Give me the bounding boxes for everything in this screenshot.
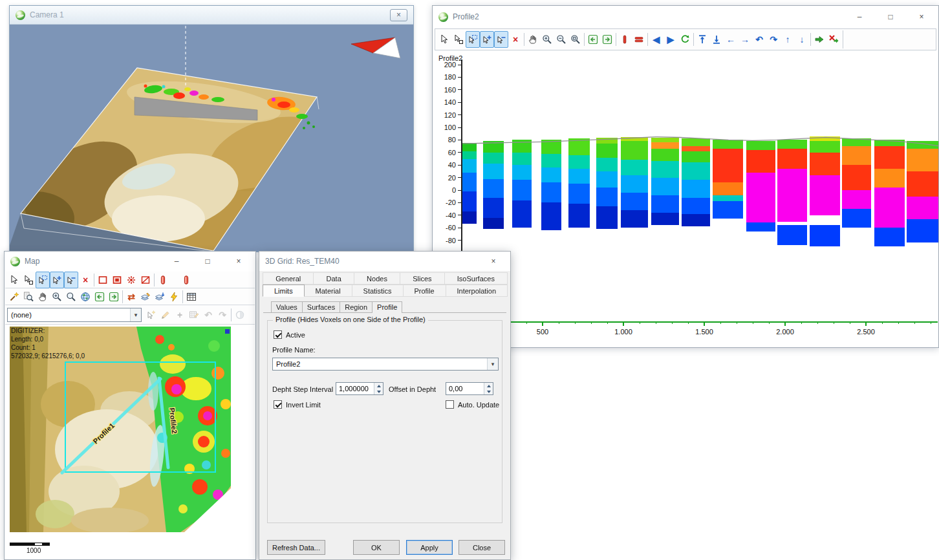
pan-up-button[interactable]: ↑ bbox=[781, 31, 795, 48]
selection-handle[interactable] bbox=[225, 329, 230, 334]
pan-left-button[interactable]: ← bbox=[724, 31, 738, 48]
rotate-cw-button[interactable]: ↷ bbox=[766, 31, 781, 48]
tab-nodes[interactable]: Nodes bbox=[354, 272, 400, 285]
depth-step-spinner[interactable]: 1,000000 bbox=[336, 382, 383, 395]
camera-3d-view[interactable] bbox=[10, 25, 413, 252]
close-button[interactable]: × bbox=[917, 12, 926, 21]
spin-down-button[interactable] bbox=[374, 389, 383, 394]
pointer-tool-button[interactable] bbox=[7, 272, 21, 288]
redo-button[interactable]: ↷ bbox=[215, 307, 230, 323]
draw-polygon-tool-button[interactable] bbox=[110, 272, 124, 288]
apply-changes-button[interactable] bbox=[812, 31, 826, 48]
tab-data[interactable]: Data bbox=[313, 272, 354, 285]
maximize-button[interactable]: □ bbox=[886, 12, 895, 21]
profile-column-tool-button[interactable] bbox=[156, 272, 170, 288]
node-select-tool-button[interactable] bbox=[21, 272, 36, 288]
horizontal-marker-tool-button[interactable] bbox=[632, 31, 646, 48]
reload-layers-button[interactable]: ⇄ bbox=[124, 288, 138, 305]
map-titlebar[interactable]: Map – □ × bbox=[5, 252, 255, 271]
close-button[interactable]: Close bbox=[459, 540, 505, 555]
ok-button[interactable]: OK bbox=[353, 540, 400, 555]
map-canvas[interactable]: Profile1 Profile2 DIGITIZER: Length: 0,0… bbox=[10, 327, 231, 532]
rotate-view-button[interactable] bbox=[233, 307, 247, 323]
subtract-select-tool-button[interactable] bbox=[494, 31, 508, 48]
tab-general[interactable]: General bbox=[263, 272, 314, 285]
digitizer-tool-button[interactable] bbox=[124, 272, 138, 288]
auto-update-checkbox[interactable]: Auto. Update bbox=[446, 400, 499, 409]
edit-layers-button[interactable] bbox=[138, 288, 153, 305]
zoom-window-button[interactable] bbox=[21, 288, 36, 305]
spin-up-button[interactable] bbox=[484, 383, 493, 389]
tab-profile[interactable]: Profile bbox=[403, 285, 446, 297]
tab-slices[interactable]: Slices bbox=[400, 272, 445, 285]
draw-rectangle-tool-button[interactable] bbox=[96, 272, 110, 288]
web-map-button[interactable] bbox=[78, 288, 92, 305]
zoom-full-extent-button[interactable] bbox=[7, 288, 21, 305]
layer-combobox[interactable]: (none) ▾ bbox=[7, 308, 142, 322]
zoom-extents-tool-button[interactable] bbox=[568, 31, 583, 48]
minimize-button[interactable]: – bbox=[855, 12, 864, 21]
spin-down-button[interactable] bbox=[484, 389, 493, 394]
clear-selection-button[interactable]: × bbox=[78, 272, 92, 288]
offset-depth-value[interactable]: 0,00 bbox=[446, 383, 484, 394]
profile-titlebar[interactable]: Profile2 – □ × bbox=[433, 6, 938, 28]
align-bottom-button[interactable] bbox=[709, 31, 724, 48]
draw-tool-button[interactable] bbox=[158, 307, 173, 323]
zoom-in-tool-button[interactable] bbox=[50, 288, 64, 305]
subtab-profile[interactable]: Profile bbox=[372, 301, 402, 313]
refresh-data-button[interactable]: Refresh Data... bbox=[267, 540, 325, 555]
invert-limit-checkbox[interactable]: Invert Limit bbox=[274, 400, 321, 409]
node-select-tool-button[interactable] bbox=[451, 31, 466, 48]
zoom-out-tool-button[interactable] bbox=[554, 31, 568, 48]
cancel-digitize-tool-button[interactable] bbox=[138, 272, 153, 288]
add-layer-button[interactable] bbox=[153, 288, 167, 305]
nav-back-button[interactable] bbox=[586, 31, 600, 48]
close-button[interactable]: × bbox=[234, 257, 243, 266]
minimize-button[interactable]: – bbox=[172, 257, 181, 266]
pan-down-button[interactable]: ↓ bbox=[795, 31, 809, 48]
align-top-button[interactable] bbox=[695, 31, 709, 48]
refresh-section-button[interactable] bbox=[678, 31, 692, 48]
chevron-down-icon[interactable]: ▾ bbox=[130, 308, 141, 321]
nav-forward-button[interactable] bbox=[600, 31, 614, 48]
discard-changes-button[interactable] bbox=[826, 31, 841, 48]
rotate-ccw-button[interactable]: ↶ bbox=[752, 31, 766, 48]
chevron-down-icon[interactable]: ▾ bbox=[487, 358, 498, 370]
checkbox-box[interactable] bbox=[446, 400, 454, 409]
box-select-tool-button[interactable] bbox=[466, 31, 480, 48]
zoom-in-tool-button[interactable] bbox=[540, 31, 554, 48]
previous-section-button[interactable]: ◀ bbox=[649, 31, 664, 48]
maximize-button[interactable]: □ bbox=[203, 257, 212, 266]
active-checkbox[interactable]: Active bbox=[274, 330, 305, 339]
subtract-select-tool-button[interactable] bbox=[64, 272, 78, 288]
vertical-marker-tool-button[interactable] bbox=[618, 31, 632, 48]
pan-tool-button[interactable] bbox=[36, 288, 50, 305]
buffer-column-tool-button[interactable] bbox=[179, 272, 193, 288]
pointer-tool-button[interactable] bbox=[437, 31, 451, 48]
box-select-tool-button[interactable] bbox=[36, 272, 50, 288]
checkbox-box[interactable] bbox=[274, 400, 282, 409]
depth-step-value[interactable]: 1,000000 bbox=[336, 383, 374, 394]
attribute-table-button[interactable] bbox=[184, 288, 199, 305]
add-point-tool-button[interactable]: + bbox=[173, 307, 187, 323]
close-button[interactable]: × bbox=[489, 257, 498, 266]
tab-material[interactable]: Material bbox=[304, 285, 352, 297]
dialog-titlebar[interactable]: 3D Grid: Res_TEM40 × bbox=[259, 252, 510, 271]
checkbox-box[interactable] bbox=[274, 330, 282, 339]
clear-selection-button[interactable]: × bbox=[508, 31, 523, 48]
pan-tool-button[interactable] bbox=[526, 31, 540, 48]
apply-button[interactable]: Apply bbox=[406, 540, 453, 555]
tab-isosurfaces[interactable]: IsoSurfaces bbox=[444, 272, 508, 285]
tab-interpolation[interactable]: Interpolation bbox=[446, 285, 508, 297]
snap-tool-button[interactable] bbox=[144, 307, 158, 323]
zoom-tool-button[interactable] bbox=[64, 288, 78, 305]
next-section-button[interactable]: ▶ bbox=[664, 31, 678, 48]
spin-up-button[interactable] bbox=[374, 383, 383, 389]
close-button[interactable]: × bbox=[390, 9, 407, 21]
edit-grid-tool-button[interactable] bbox=[187, 307, 201, 323]
nav-back-button[interactable] bbox=[92, 288, 107, 305]
tab-statistics[interactable]: Statistics bbox=[352, 285, 404, 297]
add-select-tool-button[interactable] bbox=[480, 31, 494, 48]
add-select-tool-button[interactable] bbox=[50, 272, 64, 288]
quick-update-button[interactable] bbox=[167, 288, 181, 305]
